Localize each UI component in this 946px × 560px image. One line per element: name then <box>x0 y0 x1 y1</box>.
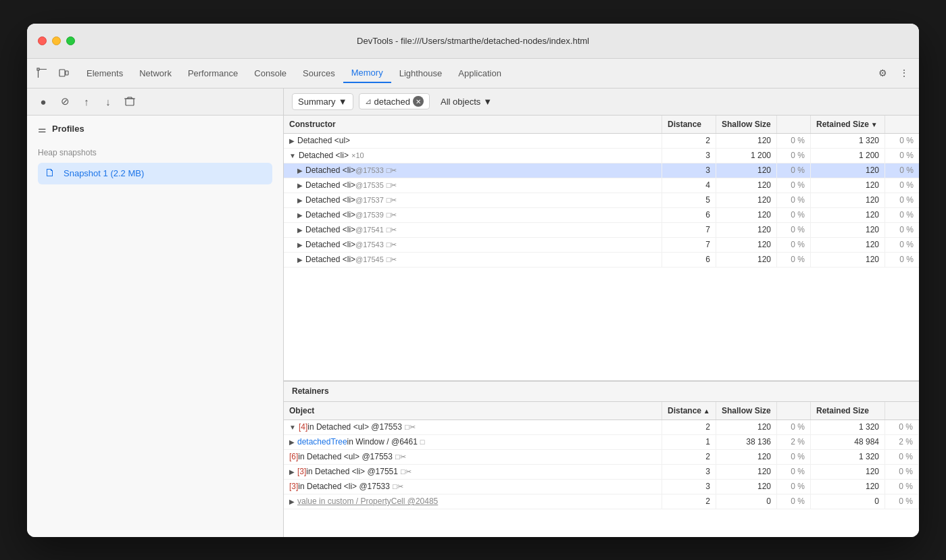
ret-td-retained: 0 <box>811 494 885 509</box>
tab-application[interactable]: Application <box>450 64 509 82</box>
rth-retained[interactable]: Retained Size <box>811 402 885 419</box>
upload-icon[interactable]: ↑ <box>78 93 95 109</box>
tab-elements[interactable]: Elements <box>78 64 131 82</box>
table-row[interactable]: ▶ Detached <li> @17535 □✂ 4 120 0 % 120 … <box>284 178 919 193</box>
tab-performance[interactable]: Performance <box>180 64 246 82</box>
retainer-row[interactable]: [3] in Detached <li> @17533 □✂ 3 120 0 %… <box>284 480 919 494</box>
objects-dropdown[interactable]: All objects ▼ <box>435 94 497 109</box>
summary-dropdown[interactable]: Summary ▼ <box>292 93 353 110</box>
td-retained-pct: 0 % <box>885 178 919 193</box>
expand-icon[interactable]: ▶ <box>297 211 303 219</box>
snapshot-label: Snapshot 1 (2.2 MB) <box>64 168 144 178</box>
rth-shallow-pct <box>777 402 811 419</box>
table-row-selected[interactable]: ▶ Detached <li> @17533 □✂ 3 120 0 % 120 … <box>284 163 919 178</box>
device-toolbar-icon[interactable] <box>54 63 73 82</box>
collect-garbage-icon[interactable] <box>122 93 138 109</box>
svg-rect-3 <box>59 70 65 76</box>
minimize-button[interactable] <box>52 36 61 45</box>
heap-table-scroll[interactable]: Constructor Distance Shallow Size Retain… <box>284 116 919 380</box>
retainers-section: Retainers Object Distance Shallow Size R… <box>284 380 919 537</box>
table-row[interactable]: ▶ Detached <li> @17541 □✂ 7 120 0 % 120 … <box>284 223 919 238</box>
expand-icon[interactable]: ▶ <box>297 226 303 234</box>
retainers-table-header: Object Distance Shallow Size Retained Si… <box>284 402 919 420</box>
retainer-row[interactable]: [6] in Detached <ul> @17553 □✂ 2 120 0 %… <box>284 450 919 465</box>
ret-td-distance: 1 <box>662 435 716 449</box>
expand-icon[interactable]: ▶ <box>297 256 303 263</box>
clear-icon[interactable]: ⊘ <box>57 93 73 109</box>
download-icon[interactable]: ↓ <box>100 93 116 109</box>
expand-icon[interactable]: ▶ <box>297 197 303 204</box>
th-distance[interactable]: Distance <box>662 116 716 133</box>
th-shallow-pct <box>777 116 811 133</box>
ret-td-shallow: 120 <box>716 450 777 464</box>
inspect-element-icon[interactable] <box>32 63 51 82</box>
retainer-row[interactable]: ▼ [4] in Detached <ul> @17553 □✂ 2 120 0… <box>284 420 919 435</box>
tab-network[interactable]: Network <box>131 64 180 82</box>
rth-retained-pct <box>885 402 919 419</box>
table-row[interactable]: ▶ Detached <li> @17537 □✂ 5 120 0 % 120 … <box>284 193 919 208</box>
table-row[interactable]: ▶ Detached <li> @17539 □✂ 6 120 0 % 120 … <box>284 208 919 223</box>
snapshot-item[interactable]: 🗋 Snapshot 1 (2.2 MB) <box>38 163 272 184</box>
td-shallow: 120 <box>716 208 777 222</box>
ret-td-object: ▶ detachedTree in Window / @6461 □ <box>284 435 662 449</box>
retainer-row[interactable]: ▶ value in custom / PropertyCell @20485 … <box>284 494 919 509</box>
devtools-tabs-bar: Elements Network Performance Console Sou… <box>27 59 919 88</box>
filter-close-button[interactable]: ✕ <box>413 96 424 107</box>
objects-dropdown-arrow: ▼ <box>483 97 492 107</box>
maximize-button[interactable] <box>66 36 75 45</box>
close-button[interactable] <box>38 36 47 45</box>
ret-td-retained: 1 320 <box>811 420 885 434</box>
retainer-row[interactable]: ▶ [3] in Detached <li> @17551 □✂ 3 120 0… <box>284 465 919 480</box>
expand-icon[interactable]: ▼ <box>289 424 296 431</box>
td-shallow: 120 <box>716 238 777 252</box>
tab-memory[interactable]: Memory <box>343 63 391 83</box>
retainers-table[interactable]: Object Distance Shallow Size Retained Si… <box>284 402 919 537</box>
expand-icon[interactable]: ▶ <box>289 137 295 145</box>
expand-icon[interactable]: ▶ <box>289 468 295 476</box>
table-row[interactable]: ▼ Detached <li> ×10 3 1 200 0 % 1 200 0 … <box>284 149 919 163</box>
expand-icon[interactable]: ▶ <box>297 167 303 174</box>
expand-icon[interactable]: ▶ <box>289 498 295 505</box>
ret-td-distance: 2 <box>662 420 716 434</box>
expand-icon[interactable]: ▶ <box>289 438 295 446</box>
ret-td-distance: 2 <box>662 450 716 464</box>
td-distance: 4 <box>662 178 716 193</box>
ret-td-retained: 48 984 <box>811 435 885 449</box>
settings-icon[interactable]: ⚙ <box>873 63 892 82</box>
retainer-row[interactable]: ▶ detachedTree in Window / @6461 □ 1 38 … <box>284 435 919 450</box>
td-shallow-pct: 0 % <box>777 163 811 178</box>
more-options-icon[interactable]: ⋮ <box>895 63 914 82</box>
td-constructor: ▼ Detached <li> ×10 <box>284 149 662 163</box>
expand-icon[interactable]: ▶ <box>297 182 303 189</box>
th-retained-size[interactable]: Retained Size <box>811 116 885 133</box>
sidebar: ● ⊘ ↑ ↓ ⚌ Profiles <box>27 88 284 537</box>
td-retained-pct: 0 % <box>885 223 919 237</box>
record-icon[interactable]: ● <box>35 93 51 109</box>
table-row[interactable]: ▶ Detached <li> @17545 □✂ 6 120 0 % 120 … <box>284 253 919 268</box>
snapshot-file-icon: 🗋 <box>45 167 58 180</box>
td-shallow: 120 <box>716 178 777 193</box>
td-retained-pct: 0 % <box>885 149 919 163</box>
ret-td-retained-pct: 0 % <box>885 480 919 494</box>
expand-icon[interactable]: ▶ <box>297 241 303 249</box>
table-row[interactable]: ▶ Detached <li> @17543 □✂ 7 120 0 % 120 … <box>284 238 919 253</box>
ret-td-retained-pct: 0 % <box>885 420 919 434</box>
rth-shallow[interactable]: Shallow Size <box>716 402 777 419</box>
svg-rect-5 <box>126 99 134 105</box>
th-shallow-size[interactable]: Shallow Size <box>716 116 777 133</box>
th-retained-pct <box>885 116 919 133</box>
td-constructor: ▶ Detached <li> @17533 □✂ <box>284 163 662 178</box>
tab-lighthouse[interactable]: Lighthouse <box>391 64 451 82</box>
tab-console[interactable]: Console <box>246 64 295 82</box>
rth-distance[interactable]: Distance <box>662 402 716 419</box>
th-constructor[interactable]: Constructor <box>284 116 662 133</box>
svg-rect-4 <box>66 71 68 75</box>
ret-td-shallow: 38 136 <box>716 435 777 449</box>
profiles-title: Profiles <box>52 124 84 134</box>
expand-icon[interactable]: ▼ <box>289 152 296 159</box>
td-retained: 1 200 <box>811 149 885 163</box>
ret-td-object: ▶ value in custom / PropertyCell @20485 <box>284 494 662 509</box>
table-row[interactable]: ▶ Detached <ul> 2 120 0 % 1 320 0 % <box>284 134 919 149</box>
tab-sources[interactable]: Sources <box>295 64 343 82</box>
rth-object[interactable]: Object <box>284 402 662 419</box>
